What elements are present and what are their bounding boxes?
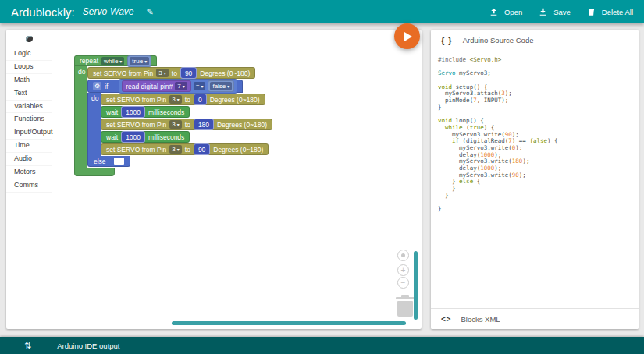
- read-digital-pin-block[interactable]: read digital pin# 7: [122, 80, 190, 92]
- download-icon: [538, 7, 548, 17]
- repeat-body-first-row: set SERVO from Pin3to90Degrees (0~180): [87, 67, 272, 79]
- servo-write-block[interactable]: set SERVO from Pin3to90Degrees (0~180): [101, 143, 269, 155]
- code-line: pinMode(7, INPUT);: [438, 97, 639, 104]
- logic-boolean-block[interactable]: true: [127, 55, 151, 67]
- zoom-in-button[interactable]: +: [397, 264, 409, 276]
- delete-all-button[interactable]: Delete All: [586, 7, 633, 17]
- toolbox: LogicLoopsMathTextVariablesFunctionsInpu…: [6, 30, 52, 329]
- xml-tags-icon: < >: [441, 315, 450, 324]
- toolbox-logo-icon: [26, 36, 33, 42]
- number-block[interactable]: 90: [180, 67, 197, 79]
- toolbox-category-motors[interactable]: Motors: [6, 166, 52, 179]
- upload-icon: [489, 7, 499, 17]
- if-do-label: do: [87, 93, 101, 156]
- servo-write-block[interactable]: set SERVO from Pin3to90Degrees (0~180): [87, 67, 255, 79]
- compare-operator-dropdown[interactable]: =: [194, 82, 206, 90]
- sketch-name[interactable]: Servo-Wave: [83, 6, 134, 17]
- zoom-out-button[interactable]: −: [397, 277, 409, 289]
- logic-false-block[interactable]: false: [208, 80, 234, 92]
- code-line: } else {: [438, 179, 639, 186]
- run-sketch-fab[interactable]: [394, 23, 420, 49]
- servo-pin-dropdown[interactable]: 3: [169, 145, 181, 154]
- toolbox-category-text[interactable]: Text: [6, 87, 52, 101]
- toolbox-category-loops[interactable]: Loops: [6, 61, 52, 74]
- block-canvas[interactable]: repeat while true do set SERVO from Pin3…: [52, 30, 422, 329]
- mutator-gear-icon[interactable]: [93, 82, 101, 90]
- blocks-xml-label: Blocks XML: [461, 315, 500, 324]
- code-line: }: [438, 186, 639, 193]
- blocks-xml-header[interactable]: < > Blocks XML: [431, 308, 639, 329]
- code-line: Servo myServo3;: [438, 70, 639, 77]
- servo-pin-dropdown[interactable]: 3: [169, 120, 181, 129]
- header-actions: Open Save Delete All: [489, 7, 633, 17]
- wait-block[interactable]: wait1000milliseconds: [101, 131, 190, 143]
- toolbox-logo: [6, 30, 52, 48]
- repeat-do-label: do: [74, 66, 87, 168]
- code-line: #include <Servo.h>: [438, 57, 639, 64]
- code-line: }: [438, 193, 639, 200]
- servo-pin-dropdown[interactable]: 3: [156, 69, 168, 77]
- toolbox-categories: LogicLoopsMathTextVariablesFunctionsInpu…: [6, 48, 52, 193]
- horizontal-scrollbar[interactable]: [172, 321, 406, 325]
- servo-pin-dropdown[interactable]: 3: [169, 95, 181, 104]
- boolean-value-dropdown[interactable]: true: [130, 57, 149, 65]
- trash-icon: [586, 7, 596, 17]
- repeat-block-header[interactable]: repeat while true: [74, 55, 157, 66]
- number-block[interactable]: 1000: [121, 106, 145, 118]
- play-icon: [404, 32, 412, 41]
- if-body-stack: set SERVO from Pin3to0Degrees (0~180)wai…: [101, 93, 272, 156]
- toolbox-category-variables[interactable]: Variables: [6, 101, 52, 114]
- edit-sketch-name-icon[interactable]: ✎: [147, 7, 154, 17]
- toolbox-category-time[interactable]: Time: [6, 140, 52, 153]
- ide-output-bar[interactable]: ⇅ Arduino IDE output: [0, 337, 644, 354]
- if-block-header[interactable]: if read digital pin# 7 = false: [87, 80, 243, 93]
- toolbox-category-comms[interactable]: Comms: [6, 179, 52, 193]
- number-block[interactable]: 180: [194, 119, 214, 130]
- servo-write-block[interactable]: set SERVO from Pin3to180Degrees (0~180): [101, 119, 272, 130]
- swap-vertical-icon: ⇅: [24, 342, 31, 350]
- number-block[interactable]: 0: [194, 94, 207, 105]
- ide-output-label: Arduino IDE output: [57, 342, 119, 350]
- digital-pin-dropdown[interactable]: 7: [175, 82, 187, 90]
- app-header: Ardublockly: Servo-Wave ✎ Open Save Dele…: [0, 0, 644, 23]
- repeat-block[interactable]: repeat while true do set SERVO from Pin3…: [74, 55, 272, 176]
- toolbox-category-math[interactable]: Math: [6, 74, 52, 87]
- blocks-workspace-card: LogicLoopsMathTextVariablesFunctionsInpu…: [6, 30, 422, 329]
- toolbox-category-logic[interactable]: Logic: [6, 48, 52, 61]
- code-line: }: [438, 104, 639, 112]
- if-block[interactable]: if read digital pin# 7 = false: [87, 80, 272, 167]
- zoom-center-button[interactable]: [397, 250, 409, 261]
- repeat-mode-dropdown[interactable]: while: [101, 57, 124, 65]
- code-panel-header[interactable]: { } Arduino Source Code: [431, 30, 639, 51]
- toolbox-category-functions[interactable]: Functions: [6, 113, 52, 126]
- code-line: [438, 199, 639, 206]
- workspace-trash-icon[interactable]: [395, 295, 415, 317]
- code-line: }: [438, 206, 639, 213]
- boolean-value-dropdown[interactable]: false: [210, 82, 232, 90]
- code-braces-icon: { }: [441, 36, 453, 45]
- wait-block[interactable]: wait1000milliseconds: [101, 106, 190, 118]
- open-button[interactable]: Open: [489, 7, 522, 17]
- number-block[interactable]: 90: [194, 143, 210, 155]
- empty-statement-socket[interactable]: [114, 158, 124, 165]
- number-block[interactable]: 1000: [121, 131, 145, 143]
- app-title: Ardublockly:: [11, 5, 75, 19]
- else-row[interactable]: else: [87, 156, 130, 167]
- toolbox-category-input-output[interactable]: Input/Output: [6, 126, 52, 140]
- repeat-block-foot[interactable]: [74, 168, 115, 176]
- vertical-scrollbar[interactable]: [414, 251, 418, 320]
- logic-compare-block[interactable]: read digital pin# 7 = false: [119, 79, 237, 94]
- toolbox-category-audio[interactable]: Audio: [6, 153, 52, 166]
- code-panel-card: { } Arduino Source Code #include <Servo.…: [431, 30, 639, 329]
- code-panel-title: Arduino Source Code: [463, 36, 534, 44]
- code-content: #include <Servo.h> Servo myServo3; void …: [431, 51, 639, 213]
- save-button[interactable]: Save: [538, 7, 571, 17]
- servo-write-block[interactable]: set SERVO from Pin3to0Degrees (0~180): [101, 94, 265, 105]
